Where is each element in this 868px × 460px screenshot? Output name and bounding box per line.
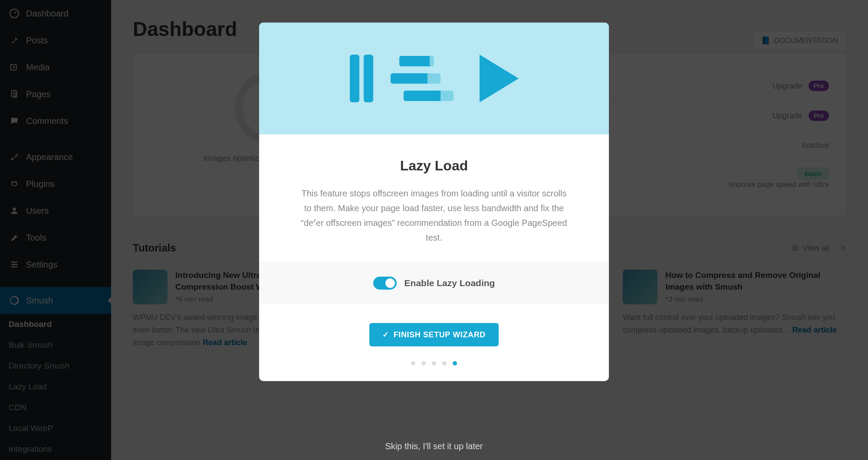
dot[interactable] [411, 361, 415, 365]
step-dots [411, 361, 457, 365]
dot[interactable] [432, 361, 436, 365]
skip-link[interactable]: Skip this, I'll set it up later [385, 441, 483, 451]
toggle-row: Enable Lazy Loading [259, 262, 609, 304]
dot[interactable] [421, 361, 426, 365]
pause-icon [350, 55, 373, 102]
setup-wizard-modal: Lazy Load This feature stops offscreen i… [259, 23, 609, 381]
dot[interactable] [442, 361, 447, 365]
dot-active[interactable] [453, 361, 457, 365]
prev-step-arrow[interactable] [306, 215, 326, 234]
lines-icon [399, 56, 454, 101]
toggle-label: Enable Lazy Loading [404, 278, 495, 288]
finish-setup-button[interactable]: ✓ FINISH SETUP WIZARD [369, 323, 499, 346]
modal-description: This feature stops offscreen images from… [298, 186, 570, 245]
check-icon: ✓ [382, 330, 389, 339]
modal-overlay: Lazy Load This feature stops offscreen i… [0, 0, 868, 460]
modal-hero [259, 23, 609, 134]
play-icon [480, 55, 519, 102]
modal-title: Lazy Load [298, 158, 570, 174]
lazy-load-toggle[interactable] [373, 277, 397, 290]
